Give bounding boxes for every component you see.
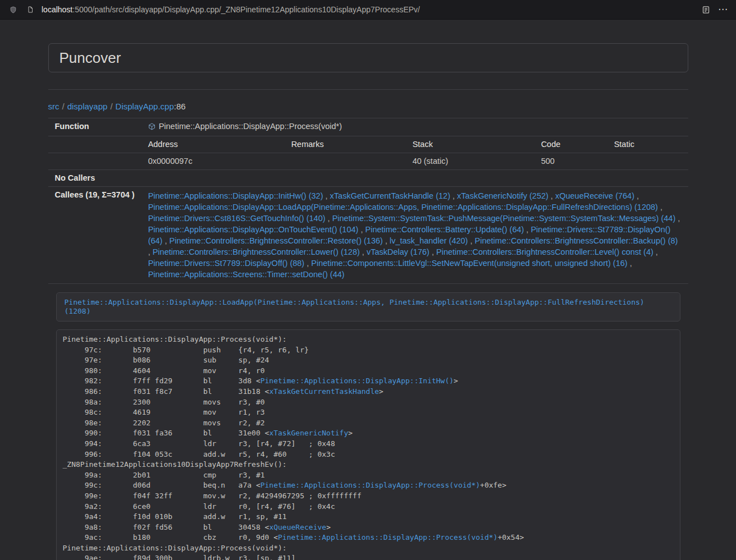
callee-separator: , <box>383 236 390 245</box>
callee-separator: , <box>548 191 555 200</box>
shield-icon[interactable] <box>7 3 19 16</box>
callee-detail-heading: Pinetime::Applications::DisplayApp::Load… <box>57 293 680 321</box>
callee-link[interactable]: xTaskGenericNotify (252) <box>457 191 548 200</box>
callee-detail-panel: Pinetime::Applications::DisplayApp::Load… <box>56 292 680 322</box>
callee-link[interactable]: Pinetime::Controllers::BrightnessControl… <box>475 236 678 245</box>
url-path: :5000/path/src/displayapp/DisplayApp.cpp… <box>72 5 420 14</box>
callee-link[interactable]: Pinetime::Applications::DisplayApp::Init… <box>148 191 323 200</box>
stats-header-cell: Static <box>607 136 688 153</box>
callee-separator: , <box>524 225 531 234</box>
stats-value-cell <box>607 153 688 170</box>
stats-header-cell: Stack <box>406 136 534 153</box>
stats-value-cell <box>285 153 406 170</box>
no-callers-cell <box>141 170 688 187</box>
stats-value-row: 0x0000097c40 (static)500 <box>48 153 688 170</box>
callee-link[interactable]: Pinetime::Controllers::BrightnessControl… <box>153 247 360 256</box>
menu-icon[interactable]: ⋯ <box>717 3 729 16</box>
callee-link[interactable]: Pinetime::System::SystemTask::PushMessag… <box>332 214 676 223</box>
callee-link[interactable]: xQueueReceive (764) <box>555 191 634 200</box>
callees-list: Pinetime::Applications::DisplayApp::Init… <box>141 187 688 284</box>
function-label: Function <box>48 118 141 136</box>
function-symbol: Pinetime::Applications::DisplayApp::Proc… <box>159 122 342 131</box>
stats-value-cell: 500 <box>534 153 607 170</box>
callee-separator: , <box>628 259 632 268</box>
callee-separator: , <box>450 191 457 200</box>
callee-link[interactable]: Pinetime::Applications::DisplayApp::Load… <box>148 203 658 212</box>
browser-chrome: localhost:5000/path/src/displayapp/Displ… <box>0 0 736 20</box>
callee-link[interactable]: Pinetime::Drivers::Cst816S::GetTouchInfo… <box>148 214 326 223</box>
callee-link[interactable]: Pinetime::Controllers::BrightnessControl… <box>170 236 383 245</box>
callee-separator: , <box>358 225 365 234</box>
callee-link[interactable]: Pinetime::Controllers::Battery::Update()… <box>365 225 524 234</box>
page-container: Puncover src/displayapp/DisplayApp.cpp:8… <box>48 20 688 560</box>
stats-header-cell: Remarks <box>285 136 406 153</box>
function-row: Function Pinetime::Applications::Display… <box>48 118 688 136</box>
code-symbol-link[interactable]: Pinetime::Applications::DisplayApp::Init… <box>260 377 454 385</box>
breadcrumb-src[interactable]: src <box>48 102 60 111</box>
page-title: Puncover <box>60 50 677 66</box>
callee-link[interactable]: Pinetime::Applications::Screens::Timer::… <box>148 270 345 279</box>
breadcrumb-separator: / <box>62 102 65 111</box>
stats-header-cell: Address <box>141 136 285 153</box>
function-icon <box>148 123 156 132</box>
callee-separator: , <box>468 236 474 245</box>
breadcrumb: src/displayapp/DisplayApp.cpp:86 <box>48 102 688 112</box>
callee-link[interactable]: Pinetime::Components::LittleVgl::SetNewT… <box>311 259 627 268</box>
callee-separator: , <box>653 247 658 256</box>
code-symbol-link[interactable]: Pinetime::Applications::DisplayApp::Proc… <box>260 481 480 489</box>
breadcrumb-displayapp[interactable]: displayapp <box>67 102 108 111</box>
function-symbol-cell: Pinetime::Applications::DisplayApp::Proc… <box>141 118 688 136</box>
empty-label-cell <box>48 136 141 153</box>
stats-header-row: AddressRemarksStackCodeStatic <box>48 136 688 153</box>
breadcrumb-separator: / <box>110 102 112 111</box>
code-symbol-link[interactable]: xTaskGenericNotify <box>269 429 348 437</box>
callee-detail-symbol-link[interactable]: Pinetime::Applications::DisplayApp::Load… <box>65 298 644 315</box>
code-symbol-link[interactable]: xQueueReceive <box>269 523 326 531</box>
callee-link[interactable]: Pinetime::Controllers::BrightnessControl… <box>436 247 653 256</box>
callee-separator: , <box>360 247 367 256</box>
no-callers-label: No Callers <box>48 170 141 187</box>
app-header-panel: Puncover <box>48 43 688 72</box>
reader-mode-icon[interactable] <box>700 3 712 16</box>
stats-value-cell: 0x0000097c <box>141 153 285 170</box>
page-icon[interactable] <box>24 3 36 16</box>
divider <box>48 89 688 90</box>
callee-separator: , <box>148 247 153 256</box>
url-bar[interactable]: localhost:5000/path/src/displayapp/Displ… <box>42 5 420 14</box>
callee-link[interactable]: Pinetime::Applications::DisplayApp::OnTo… <box>148 225 359 234</box>
callees-label: Callees (19, Σ=3704 ) <box>48 187 141 284</box>
callees-row: Callees (19, Σ=3704 ) Pinetime::Applicat… <box>48 187 688 284</box>
callee-link[interactable]: lv_task_handler (420) <box>390 236 468 245</box>
code-symbol-link[interactable]: Pinetime::Applications::DisplayApp::Proc… <box>278 533 497 541</box>
stats-header-cell: Code <box>534 136 607 153</box>
callee-separator: , <box>429 247 436 256</box>
disassembly-block: Pinetime::Applications::DisplayApp::Proc… <box>56 329 680 560</box>
breadcrumb-file[interactable]: DisplayApp.cpp <box>116 102 174 111</box>
callee-link[interactable]: xTaskGetCurrentTaskHandle (12) <box>330 191 450 200</box>
callee-separator: , <box>326 214 332 223</box>
empty-label-cell <box>48 153 141 170</box>
callee-separator: , <box>304 259 311 268</box>
callee-link[interactable]: Pinetime::Drivers::St7789::DisplayOff() … <box>148 259 305 268</box>
no-callers-row: No Callers <box>48 170 688 187</box>
callee-separator: , <box>634 191 639 200</box>
stats-value-cell: 40 (static) <box>406 153 534 170</box>
callee-separator: , <box>323 191 330 200</box>
url-host: localhost <box>42 5 72 14</box>
callee-separator: , <box>162 236 169 245</box>
callee-separator: , <box>658 203 662 212</box>
code-symbol-link[interactable]: xTaskGetCurrentTaskHandle <box>269 387 379 396</box>
callee-link[interactable]: vTaskDelay (176) <box>367 247 429 256</box>
function-table: Function Pinetime::Applications::Display… <box>48 118 688 284</box>
breadcrumb-line-number: :86 <box>174 102 186 111</box>
callee-separator: , <box>675 214 680 223</box>
